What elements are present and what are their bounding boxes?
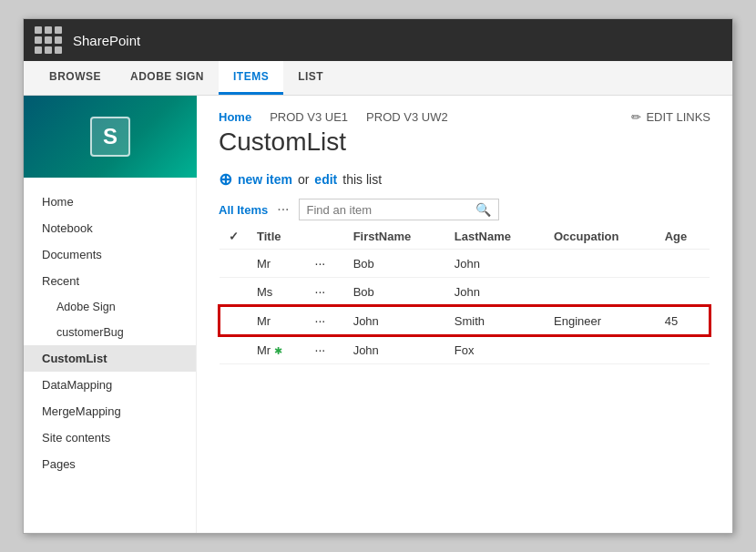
row-occupation bbox=[545, 335, 656, 364]
row-occupation: Engineer bbox=[545, 306, 656, 335]
content-area: S Home Notebook Documents Recent Adobe S… bbox=[24, 96, 732, 533]
or-text: or bbox=[298, 172, 309, 187]
sidebar-item-mergemapping[interactable]: MergeMapping bbox=[24, 398, 196, 424]
table-row: Mr ··· Bob John bbox=[220, 250, 710, 278]
col-title[interactable]: Title bbox=[248, 224, 306, 250]
search-box[interactable]: 🔍 bbox=[299, 199, 499, 220]
logo-letter: S bbox=[90, 117, 130, 157]
row-lastname: Smith bbox=[445, 306, 545, 335]
topbar: SharePoint bbox=[24, 19, 732, 61]
row-title[interactable]: Mr ✱ bbox=[248, 335, 306, 364]
sidebar-item-home[interactable]: Home bbox=[24, 189, 196, 215]
row-occupation bbox=[545, 250, 656, 278]
sidebar-item-datamapping[interactable]: DataMapping bbox=[24, 372, 196, 398]
this-list-text: this list bbox=[342, 172, 382, 187]
tab-list[interactable]: LIST bbox=[283, 61, 338, 95]
sidebar-item-adobe-sign[interactable]: Adobe Sign bbox=[24, 294, 196, 320]
row-check[interactable] bbox=[220, 306, 248, 335]
row-age: 45 bbox=[656, 306, 710, 335]
row-age bbox=[656, 250, 710, 278]
col-lastname[interactable]: LastName bbox=[445, 224, 545, 250]
row-age bbox=[656, 335, 710, 364]
breadcrumb-prod-uw2[interactable]: PROD V3 UW2 bbox=[366, 110, 448, 124]
breadcrumb-edit-links[interactable]: ✏ EDIT LINKS bbox=[631, 110, 710, 124]
sidebar-item-documents[interactable]: Documents bbox=[24, 241, 196, 268]
ribbon: BROWSE ADOBE SIGN ITEMS LIST bbox=[24, 61, 732, 96]
new-item-bar: ⊕ new item or edit this list bbox=[219, 169, 710, 189]
table-row: Mr ✱ ··· John Fox bbox=[220, 335, 710, 364]
main-content: Home PROD V3 UE1 PROD V3 UW2 ✏ EDIT LINK… bbox=[197, 96, 732, 533]
row-title[interactable]: Mr bbox=[248, 306, 306, 335]
row-check[interactable] bbox=[220, 250, 248, 278]
breadcrumb-prod-ue1[interactable]: PROD V3 UE1 bbox=[270, 110, 348, 124]
breadcrumb: Home PROD V3 UE1 PROD V3 UW2 ✏ EDIT LINK… bbox=[219, 110, 710, 124]
sidebar-item-customerbug[interactable]: customerBug bbox=[24, 320, 196, 345]
row-dots[interactable]: ··· bbox=[306, 306, 344, 335]
row-lastname: John bbox=[445, 250, 545, 278]
sidebar-nav: Home Notebook Documents Recent Adobe Sig… bbox=[24, 178, 196, 488]
row-lastname: John bbox=[445, 278, 545, 307]
row-title[interactable]: Ms bbox=[248, 278, 306, 307]
app-grid-icon[interactable] bbox=[35, 26, 62, 54]
row-firstname: John bbox=[344, 306, 445, 335]
row-check[interactable] bbox=[220, 278, 248, 307]
row-occupation bbox=[545, 278, 656, 307]
search-input[interactable] bbox=[307, 203, 470, 217]
table-row-highlighted: Mr ··· John Smith Engineer 45 bbox=[220, 306, 710, 335]
row-check[interactable] bbox=[220, 335, 248, 364]
row-dots[interactable]: ··· bbox=[306, 278, 344, 307]
col-dots-header bbox=[306, 224, 344, 250]
sidebar-item-customlist[interactable]: CustomList bbox=[24, 345, 196, 372]
pencil-icon: ✏ bbox=[631, 110, 641, 124]
row-title[interactable]: Mr bbox=[248, 250, 306, 278]
new-item-link[interactable]: new item bbox=[238, 172, 292, 187]
col-check: ✓ bbox=[220, 224, 248, 250]
sidebar: S Home Notebook Documents Recent Adobe S… bbox=[24, 96, 197, 533]
sidebar-item-recent[interactable]: Recent bbox=[24, 268, 196, 294]
app-title: SharePoint bbox=[73, 33, 140, 48]
row-dots[interactable]: ··· bbox=[306, 250, 344, 278]
table-row: Ms ··· Bob John bbox=[220, 278, 710, 307]
row-firstname: Bob bbox=[344, 278, 445, 307]
sidebar-item-pages[interactable]: Pages bbox=[24, 451, 196, 477]
search-icon: 🔍 bbox=[475, 202, 491, 217]
breadcrumb-home[interactable]: Home bbox=[219, 110, 251, 124]
tab-adobe-sign[interactable]: ADOBE SIGN bbox=[116, 61, 219, 95]
row-lastname: Fox bbox=[445, 335, 545, 364]
asterisk-icon: ✱ bbox=[274, 345, 282, 356]
all-items-label[interactable]: All Items bbox=[219, 203, 268, 217]
list-toolbar: All Items ··· 🔍 bbox=[219, 199, 710, 220]
col-firstname[interactable]: FirstName bbox=[344, 224, 445, 250]
row-firstname: John bbox=[344, 335, 445, 364]
sidebar-logo: S bbox=[24, 96, 197, 178]
list-more-button[interactable]: ··· bbox=[277, 201, 289, 218]
sidebar-item-site-contents[interactable]: Site contents bbox=[24, 424, 196, 451]
col-occupation[interactable]: Occupation bbox=[545, 224, 656, 250]
new-item-plus-icon: ⊕ bbox=[219, 169, 232, 189]
tab-items[interactable]: ITEMS bbox=[219, 61, 283, 95]
tab-browse[interactable]: BROWSE bbox=[35, 61, 116, 95]
list-table: ✓ Title FirstName LastName Occupation Ag… bbox=[219, 224, 710, 364]
sidebar-item-notebook[interactable]: Notebook bbox=[24, 215, 196, 241]
edit-link[interactable]: edit bbox=[314, 172, 337, 187]
page-title: CustomList bbox=[219, 128, 710, 157]
row-age bbox=[656, 278, 710, 307]
col-age[interactable]: Age bbox=[656, 224, 710, 250]
row-dots[interactable]: ··· bbox=[306, 335, 344, 364]
row-firstname: Bob bbox=[344, 250, 445, 278]
